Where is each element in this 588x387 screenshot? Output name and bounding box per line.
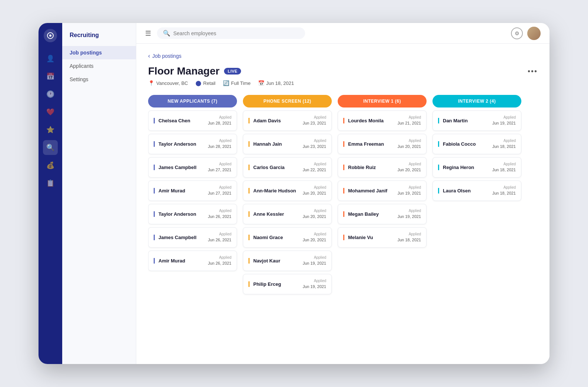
- applicant-card[interactable]: Anne Kessler Applied Jun 20, 2021: [243, 204, 332, 224]
- search-input[interactable]: [173, 30, 299, 36]
- column-header-interview-1: INTERVIEW 1 (6): [338, 95, 427, 108]
- card-left: Amir Murad: [154, 258, 185, 264]
- nav-icon-heart[interactable]: ❤️: [43, 105, 58, 119]
- applicant-card[interactable]: Ann-Marie Hudson Applied Jun 20, 2021: [243, 181, 332, 201]
- applicant-name: Chelsea Chen: [158, 118, 190, 123]
- applicant-card[interactable]: Adam Davis Applied Jun 23, 2021: [243, 110, 332, 131]
- card-left: James Campbell: [154, 165, 197, 170]
- nav-icon-clock[interactable]: 🕐: [43, 87, 58, 102]
- job-location-text: Vancouver, BC: [156, 80, 188, 86]
- applicant-card[interactable]: Amir Murad Applied Jun 27, 2021: [148, 181, 237, 201]
- card-left: Mohammed Janif: [343, 188, 387, 194]
- applicant-card[interactable]: Robbie Ruiz Applied Jun 20, 2021: [338, 157, 427, 178]
- applicant-card[interactable]: Melanie Vu Applied Jun 18, 2021: [338, 227, 427, 248]
- type-icon: 🔄: [223, 80, 229, 86]
- applicant-name: Fabiola Cocco: [443, 141, 476, 147]
- applicant-name: Regina Heron: [443, 165, 474, 170]
- applied-label: Applied: [303, 115, 326, 119]
- applicant-card[interactable]: Navjot Kaur Applied Jun 19, 2021: [243, 251, 332, 271]
- applied-label: Applied: [303, 185, 326, 189]
- applicant-card[interactable]: Laura Olsen Applied Jun 18, 2021: [432, 181, 521, 201]
- card-right: Applied Jun 21, 2021: [397, 115, 421, 126]
- sidebar-item-job-postings[interactable]: Job postings: [62, 46, 136, 59]
- card-right: Applied Jun 18, 2021: [492, 185, 516, 196]
- job-date: 📅 Jun 18, 2021: [258, 80, 294, 86]
- card-right: Applied Jun 20, 2021: [303, 185, 326, 196]
- applied-date: Jun 26, 2021: [208, 238, 231, 242]
- logo-icon[interactable]: [44, 29, 57, 42]
- applicant-name: Amir Murad: [158, 258, 185, 264]
- card-right: Applied Jun 19, 2021: [303, 279, 326, 290]
- card-right: Applied Jun 27, 2021: [208, 185, 231, 196]
- applied-date: Jun 20, 2021: [397, 168, 421, 172]
- nav-icon-calendar[interactable]: 📅: [43, 69, 58, 84]
- card-left: Megan Bailey: [343, 211, 379, 217]
- topbar: ☰ 🔍 ⚙: [136, 23, 549, 44]
- content-area: ‹ Job postings Floor Manager LIVE ••• 📍 …: [136, 44, 549, 364]
- applicant-card[interactable]: Regina Heron Applied Jun 18, 2021: [432, 157, 521, 178]
- applied-label: Applied: [208, 115, 231, 119]
- applied-date: Jun 28, 2021: [208, 144, 231, 149]
- kanban-column-interview-2: INTERVIEW 2 (4) Dan Martin Applied Jun 1…: [432, 95, 521, 294]
- applied-label: Applied: [492, 139, 516, 143]
- applicant-card[interactable]: Emma Freeman Applied Jun 20, 2021: [338, 134, 427, 154]
- applicant-name: Robbie Ruiz: [348, 165, 376, 170]
- applicant-card[interactable]: Naomi Grace Applied Jun 20, 2021: [243, 227, 332, 248]
- applicant-card[interactable]: James Campbell Applied Jun 27, 2021: [148, 157, 237, 178]
- nav-icon-search[interactable]: 🔍: [43, 140, 58, 155]
- card-left: Melanie Vu: [343, 235, 373, 240]
- job-title: Floor Manager: [148, 65, 220, 77]
- applicant-name: Carlos Garcia: [253, 165, 285, 170]
- card-right: Applied Jun 20, 2021: [397, 139, 421, 149]
- applicant-card[interactable]: Carlos Garcia Applied Jun 22, 2021: [243, 157, 332, 178]
- applicant-card[interactable]: Mohammed Janif Applied Jun 19, 2021: [338, 181, 427, 201]
- breadcrumb-label: Job postings: [152, 53, 181, 59]
- applied-date: Jun 21, 2021: [397, 121, 421, 125]
- applicant-card[interactable]: Amir Murad Applied Jun 26, 2021: [148, 251, 237, 271]
- card-right: Applied Jun 28, 2021: [208, 139, 231, 149]
- job-date-text: Jun 18, 2021: [266, 80, 294, 86]
- nav-icon-star[interactable]: ⭐: [43, 122, 58, 137]
- applied-date: Jun 19, 2021: [303, 261, 326, 265]
- avatar[interactable]: [527, 27, 541, 40]
- applied-date: Jun 26, 2021: [208, 261, 231, 265]
- hamburger-icon[interactable]: ☰: [145, 29, 151, 37]
- app-container: 👤 📅 🕐 ❤️ ⭐ 🔍 💰 📋 Recruiting Job postings…: [39, 23, 549, 364]
- sidebar-item-settings[interactable]: Settings: [62, 73, 136, 86]
- applied-label: Applied: [492, 162, 516, 166]
- applicant-card[interactable]: Megan Bailey Applied Jun 19, 2021: [338, 204, 427, 224]
- left-nav: Recruiting Job postings Applicants Setti…: [62, 23, 136, 364]
- applied-date: Jun 19, 2021: [303, 284, 326, 289]
- applicant-card[interactable]: Fabiola Cocco Applied Jun 18, 2021: [432, 134, 521, 154]
- kanban-column-new-applicants: NEW APPLICANTS (7) Chelsea Chen Applied …: [148, 95, 237, 294]
- nav-icon-money[interactable]: 💰: [43, 158, 58, 173]
- applicant-card[interactable]: Taylor Anderson Applied Jun 28, 2021: [148, 134, 237, 154]
- applicant-card[interactable]: James Campbell Applied Jun 26, 2021: [148, 227, 237, 248]
- applicant-card[interactable]: Chelsea Chen Applied Jun 28, 2021: [148, 110, 237, 131]
- more-options-button[interactable]: •••: [528, 67, 538, 76]
- card-right: Applied Jun 27, 2021: [208, 162, 231, 173]
- department-icon: ⬤: [196, 80, 201, 86]
- column-header-interview-2: INTERVIEW 2 (4): [432, 95, 521, 108]
- sidebar-item-applicants[interactable]: Applicants: [62, 59, 136, 73]
- breadcrumb[interactable]: ‹ Job postings: [148, 53, 538, 59]
- applicant-card[interactable]: Lourdes Monila Applied Jun 21, 2021: [338, 110, 427, 131]
- applicant-card[interactable]: Philip Erceg Applied Jun 19, 2021: [243, 274, 332, 294]
- applicant-card[interactable]: Taylor Anderson Applied Jun 26, 2021: [148, 204, 237, 224]
- card-right: Applied Jun 26, 2021: [208, 255, 231, 266]
- card-right: Applied Jun 18, 2021: [492, 162, 516, 173]
- applicant-name: Lourdes Monila: [348, 118, 384, 123]
- settings-icon[interactable]: ⚙: [511, 27, 523, 39]
- card-right: Applied Jun 22, 2021: [303, 162, 326, 173]
- applicant-card[interactable]: Hannah Jain Applied Jun 23, 2021: [243, 134, 332, 154]
- applicant-name: Dan Martin: [443, 118, 468, 123]
- applicant-name: Mohammed Janif: [348, 188, 387, 194]
- nav-icon-contacts[interactable]: 👤: [43, 51, 58, 66]
- card-left: Navjot Kaur: [248, 258, 280, 264]
- applied-date: Jun 18, 2021: [492, 168, 516, 172]
- card-left: Naomi Grace: [248, 235, 283, 240]
- applied-date: Jun 23, 2021: [303, 121, 326, 125]
- applicant-card[interactable]: Dan Martin Applied Jun 19, 2021: [432, 110, 521, 131]
- applicant-name: Taylor Anderson: [158, 211, 196, 217]
- nav-icon-docs[interactable]: 📋: [43, 176, 58, 191]
